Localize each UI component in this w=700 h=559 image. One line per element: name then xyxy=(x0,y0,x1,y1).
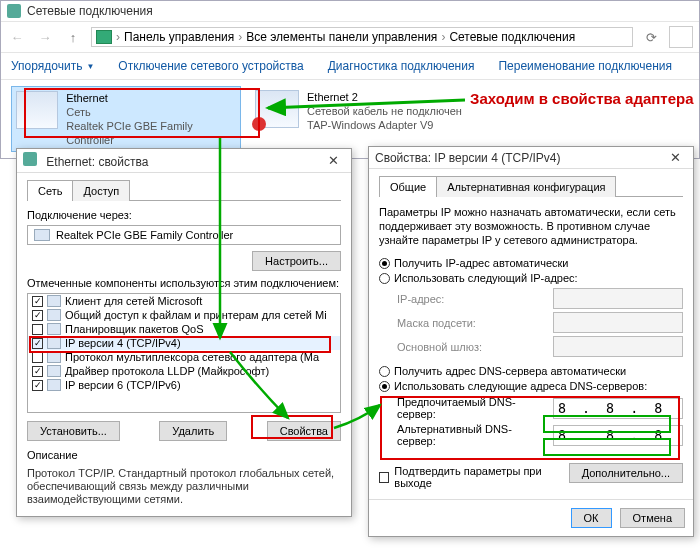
connect-via-label: Подключение через: xyxy=(27,209,341,221)
annotation-text: Заходим в свойства адаптера xyxy=(470,90,694,107)
up-button[interactable]: ↑ xyxy=(63,27,83,47)
protocol-icon xyxy=(47,337,61,349)
main-titlebar: Сетевые подключения xyxy=(1,1,699,21)
validate-checkbox[interactable]: Подтвердить параметры при выходе xyxy=(379,465,569,489)
install-button[interactable]: Установить... xyxy=(27,421,120,441)
protocol-icon xyxy=(47,323,61,335)
component-label: IP версии 6 (TCP/IPv6) xyxy=(65,379,181,391)
adapter-device: TAP-Windows Adapter V9 xyxy=(307,118,462,132)
disable-device-link[interactable]: Отключение сетевого устройства xyxy=(118,59,303,73)
search-box[interactable] xyxy=(669,26,693,48)
components-label: Отмеченные компоненты используются этим … xyxy=(27,277,341,289)
adapter-field: Realtek PCIe GBE Family Controller xyxy=(27,225,341,245)
ipv4-tabs: Общие Альтернативная конфигурация xyxy=(379,175,683,197)
dns-auto-radio[interactable]: Получить адрес DNS-сервера автоматически xyxy=(379,365,683,377)
organize-menu[interactable]: Упорядочить ▼ xyxy=(11,59,94,73)
close-button[interactable]: ✕ xyxy=(664,150,687,165)
close-button[interactable]: ✕ xyxy=(322,153,345,168)
component-row[interactable]: ✓Драйвер протокола LLDP (Майкрософт) xyxy=(28,364,340,378)
rename-link[interactable]: Переименование подключения xyxy=(498,59,672,73)
checkbox-icon[interactable]: ✓ xyxy=(32,310,43,321)
description-text: Протокол TCP/IP. Стандартный протокол гл… xyxy=(27,467,341,506)
checkbox-icon[interactable]: ✓ xyxy=(32,380,43,391)
configure-button[interactable]: Настроить... xyxy=(252,251,341,271)
gateway-label: Основной шлюз: xyxy=(397,341,547,353)
gateway-input xyxy=(553,336,683,357)
breadcrumb-item[interactable]: Сетевые подключения xyxy=(449,30,575,44)
checkbox-icon[interactable]: ✓ xyxy=(32,296,43,307)
dialog-icon xyxy=(23,152,37,166)
ip-address-input xyxy=(553,288,683,309)
ethernet-properties-dialog: Ethernet: свойства ✕ Сеть Доступ Подключ… xyxy=(16,148,352,517)
description-header: Описание xyxy=(27,449,341,461)
network-adapter-icon xyxy=(34,229,50,241)
component-label: Драйвер протокола LLDP (Майкрософт) xyxy=(65,365,269,377)
component-row[interactable]: ✓Общий доступ к файлам и принтерам для с… xyxy=(28,308,340,322)
ip-manual-radio[interactable]: Использовать следующий IP-адрес: xyxy=(379,272,683,284)
adapter-device: Realtek PCIe GBE Family Controller xyxy=(66,119,236,147)
subnet-mask-input xyxy=(553,312,683,333)
adapter-status: Сеть xyxy=(66,105,236,119)
ipv4-title: Свойства: IP версии 4 (TCP/IPv4) xyxy=(375,151,561,165)
props-tabs: Сеть Доступ xyxy=(27,179,341,201)
control-panel-icon xyxy=(96,30,112,44)
checkbox-icon[interactable] xyxy=(32,324,43,335)
properties-button[interactable]: Свойства xyxy=(267,421,341,441)
adapter-name: Ethernet 2 xyxy=(307,90,462,104)
remove-button[interactable]: Удалить xyxy=(159,421,227,441)
dns1-label: Предпочитаемый DNS-сервер: xyxy=(397,396,547,420)
adapter-status: Сетевой кабель не подключен xyxy=(307,104,462,118)
checkbox-icon[interactable]: ✓ xyxy=(32,338,43,349)
back-button[interactable]: ← xyxy=(7,27,27,47)
breadcrumb[interactable]: › Панель управления › Все элементы панел… xyxy=(91,27,633,47)
dns2-label: Альтернативный DNS-сервер: xyxy=(397,423,547,447)
protocol-icon xyxy=(47,365,61,377)
tab-sharing[interactable]: Доступ xyxy=(72,180,130,201)
component-row[interactable]: ✓Клиент для сетей Microsoft xyxy=(28,294,340,308)
ip-address-label: IP-адрес: xyxy=(397,293,547,305)
forward-button[interactable]: → xyxy=(35,27,55,47)
network-connections-window: Сетевые подключения ← → ↑ › Панель управ… xyxy=(0,0,700,159)
props-title: Ethernet: свойства xyxy=(46,155,148,169)
tab-general[interactable]: Общие xyxy=(379,176,437,197)
adapter-icon xyxy=(255,90,299,128)
advanced-button[interactable]: Дополнительно... xyxy=(569,463,683,483)
adapter-ethernet2[interactable]: Ethernet 2 Сетевой кабель не подключен T… xyxy=(251,86,481,152)
checkbox-icon[interactable]: ✓ xyxy=(32,366,43,377)
ok-button[interactable]: ОК xyxy=(571,508,612,528)
protocol-icon xyxy=(47,295,61,307)
breadcrumb-item[interactable]: Панель управления xyxy=(124,30,234,44)
tab-alt-config[interactable]: Альтернативная конфигурация xyxy=(436,176,616,197)
command-bar: Упорядочить ▼ Отключение сетевого устрой… xyxy=(1,53,699,80)
breadcrumb-item[interactable]: Все элементы панели управления xyxy=(246,30,437,44)
adapter-icon xyxy=(16,91,58,129)
checkbox-icon[interactable] xyxy=(32,352,43,363)
tab-network[interactable]: Сеть xyxy=(27,180,73,201)
protocol-icon xyxy=(47,379,61,391)
protocol-icon xyxy=(47,309,61,321)
protocol-icon xyxy=(47,351,61,363)
dns1-input[interactable] xyxy=(553,398,683,419)
ipv4-blurb: Параметры IP можно назначать автоматичес… xyxy=(379,205,683,247)
refresh-button[interactable]: ⟳ xyxy=(641,27,661,47)
dns-manual-radio[interactable]: Использовать следующие адреса DNS-сервер… xyxy=(379,380,683,392)
dns2-input[interactable] xyxy=(553,425,683,446)
component-row[interactable]: ✓IP версии 6 (TCP/IPv6) xyxy=(28,378,340,392)
components-list[interactable]: ✓Клиент для сетей Microsoft✓Общий доступ… xyxy=(27,293,341,413)
main-title: Сетевые подключения xyxy=(27,4,153,18)
component-row[interactable]: Планировщик пакетов QoS xyxy=(28,322,340,336)
ip-auto-radio[interactable]: Получить IP-адрес автоматически xyxy=(379,257,683,269)
adapter-name: Ethernet xyxy=(66,91,236,105)
component-label: Планировщик пакетов QoS xyxy=(65,323,204,335)
component-label: IP версии 4 (TCP/IPv4) xyxy=(65,337,181,349)
diagnose-link[interactable]: Диагностика подключения xyxy=(328,59,475,73)
component-label: Клиент для сетей Microsoft xyxy=(65,295,202,307)
component-row[interactable]: Протокол мультиплексора сетевого адаптер… xyxy=(28,350,340,364)
component-row[interactable]: ✓IP версии 4 (TCP/IPv4) xyxy=(28,336,340,350)
adapter-ethernet[interactable]: Ethernet Сеть Realtek PCIe GBE Family Co… xyxy=(11,86,241,152)
cancel-button[interactable]: Отмена xyxy=(620,508,685,528)
component-label: Протокол мультиплексора сетевого адаптер… xyxy=(65,351,319,363)
component-label: Общий доступ к файлам и принтерам для се… xyxy=(65,309,327,321)
subnet-mask-label: Маска подсети: xyxy=(397,317,547,329)
network-connections-icon xyxy=(7,4,21,18)
